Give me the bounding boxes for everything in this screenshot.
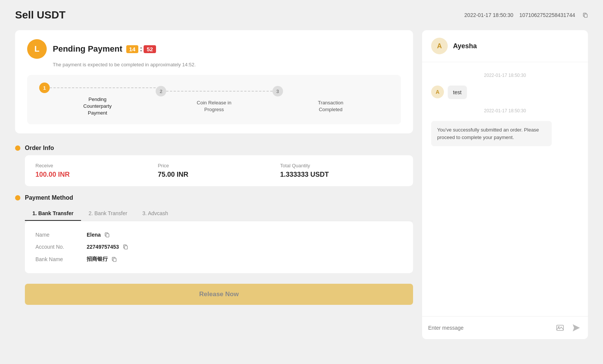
status-card: L Pending Payment 14 : 52 The payment is… — [15, 30, 413, 133]
page-title: Sell USDT — [15, 9, 66, 21]
step-3-circle: 3 — [272, 86, 283, 96]
receive-label: Receive — [35, 163, 158, 168]
status-title: Pending Payment — [53, 44, 122, 54]
chat-header: A Ayesha — [422, 30, 588, 62]
chat-message-1: A test — [431, 86, 579, 99]
chat-messages: 2022-01-17 18:50:30 A test 2022-01-17 18… — [422, 62, 588, 316]
svg-rect-1 — [106, 234, 109, 237]
copy-account-icon[interactable] — [123, 244, 128, 249]
payment-method-section-label: Payment Method — [25, 194, 73, 202]
status-subtitle: The payment is expected to be completed … — [53, 62, 401, 67]
step-3: 3 Transaction Completed — [272, 86, 389, 113]
copy-name-icon[interactable] — [104, 232, 110, 237]
chat-avatar: A — [431, 38, 448, 54]
payment-tab-3[interactable]: 3. Advcash — [135, 206, 176, 221]
bank-label: Bank Name — [35, 256, 81, 262]
timer-badges: 14 : 52 — [126, 45, 156, 53]
status-avatar: L — [27, 39, 47, 59]
payment-tab-1[interactable]: 1. Bank Transfer — [25, 206, 81, 221]
chat-message-input[interactable] — [428, 325, 550, 331]
svg-point-5 — [558, 327, 559, 328]
order-info-card: Receive 100.00 INR Price 75.00 INR Total… — [25, 155, 413, 186]
status-header: L Pending Payment 14 : 52 — [27, 39, 401, 59]
payment-row-account: Account No. 22749757453 — [35, 241, 403, 253]
steps-container: 1 Pending Counterparty Payment 2 Coin — [27, 75, 401, 124]
timer-seconds: 52 — [144, 45, 156, 53]
payment-tab-2[interactable]: 2. Bank Transfer — [81, 206, 135, 221]
steps-row: 1 Pending Counterparty Payment 2 Coin — [39, 83, 389, 117]
step-3-label: Transaction Completed — [308, 99, 353, 113]
chat-input-area — [422, 316, 588, 339]
payment-row-bank: Bank Name 招商银行 — [35, 253, 403, 266]
order-id: 1071062752258431744 — [519, 12, 575, 18]
step-2-label: Coin Release in Progress — [191, 99, 237, 113]
order-info-section-label: Order Info — [25, 144, 54, 152]
copy-order-id-icon[interactable] — [583, 12, 588, 18]
step-1-circle: 1 — [39, 83, 50, 93]
step-1-label: Pending Counterparty Payment — [75, 96, 120, 117]
payment-details-card: Name Elena Account No. 22 — [25, 221, 413, 273]
step-line-1 — [50, 87, 156, 88]
main-layout: L Pending Payment 14 : 52 The payment is… — [15, 30, 588, 339]
chat-send-button[interactable] — [570, 322, 582, 334]
header-meta: 2022-01-17 18:50:30 1071062752258431744 — [464, 12, 588, 18]
chat-timestamp-2: 2022-01-17 18:50:30 — [431, 108, 579, 113]
order-info-dot — [15, 145, 20, 151]
status-title-area: Pending Payment 14 : 52 — [53, 44, 156, 54]
svg-rect-3 — [113, 258, 116, 262]
account-label: Account No. — [35, 244, 81, 250]
bank-value: 招商银行 — [87, 256, 117, 263]
chat-bubble-1: test — [448, 86, 467, 99]
name-value: Elena — [87, 232, 110, 238]
quantity-value: 1.333333 USDT — [280, 171, 403, 179]
chat-username: Ayesha — [453, 42, 477, 50]
timer-minutes: 14 — [126, 45, 139, 53]
chat-bubble-system: You've successfully submitted an order. … — [431, 121, 552, 146]
order-timestamp: 2022-01-17 18:50:30 — [464, 12, 513, 18]
quantity-label: Total Quantity — [280, 163, 403, 168]
price-field: Price 75.00 INR — [158, 163, 280, 179]
step-1: 1 Pending Counterparty Payment — [39, 83, 156, 117]
payment-row-name: Name Elena — [35, 229, 403, 241]
price-label: Price — [158, 163, 280, 168]
step-line-2 — [166, 91, 272, 92]
price-value: 75.00 INR — [158, 171, 280, 179]
page-header: Sell USDT 2022-01-17 18:50:30 1071062752… — [15, 9, 588, 21]
timer-separator: : — [140, 45, 142, 53]
quantity-field: Total Quantity 1.333333 USDT — [280, 163, 403, 179]
payment-tabs: 1. Bank Transfer 2. Bank Transfer 3. Adv… — [25, 206, 413, 221]
svg-rect-2 — [124, 246, 127, 249]
receive-value: 100.00 INR — [35, 171, 158, 179]
release-now-button[interactable]: Release Now — [25, 284, 413, 305]
payment-method-section-row: Payment Method — [15, 194, 413, 202]
step-2: 2 Coin Release in Progress — [156, 86, 272, 113]
order-fields: Receive 100.00 INR Price 75.00 INR Total… — [35, 163, 403, 179]
chat-panel: A Ayesha 2022-01-17 18:50:30 A test 2022… — [422, 30, 588, 339]
chat-timestamp-1: 2022-01-17 18:50:30 — [431, 73, 579, 78]
chat-sender-avatar-1: A — [431, 86, 444, 98]
order-info-section-row: Order Info — [15, 144, 413, 152]
svg-rect-0 — [584, 14, 587, 17]
svg-rect-4 — [557, 325, 563, 330]
receive-field: Receive 100.00 INR — [35, 163, 158, 179]
chat-image-upload-button[interactable] — [554, 322, 566, 334]
copy-bank-icon[interactable] — [112, 257, 117, 262]
name-label: Name — [35, 232, 81, 238]
account-value: 22749757453 — [87, 244, 128, 250]
left-panel: L Pending Payment 14 : 52 The payment is… — [15, 30, 413, 305]
step-2-circle: 2 — [156, 86, 166, 96]
payment-method-dot — [15, 195, 20, 200]
